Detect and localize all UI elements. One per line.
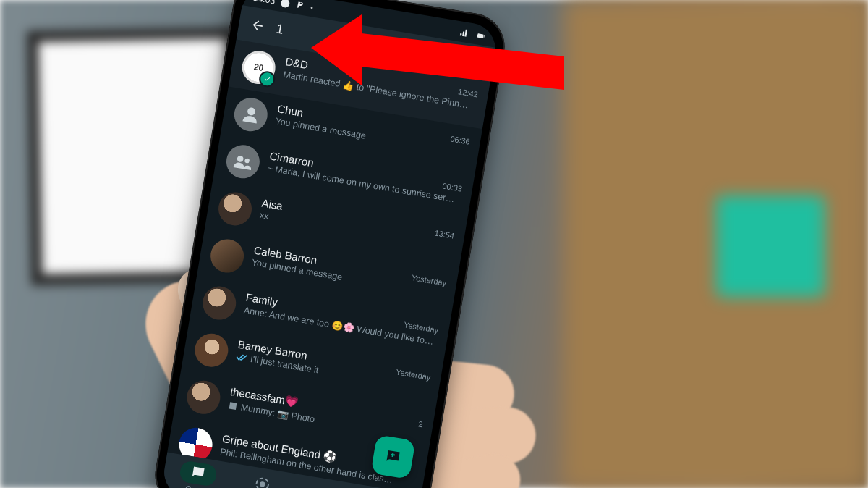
more-button[interactable] <box>458 45 491 78</box>
selection-count: 1 <box>275 21 284 37</box>
mute-button[interactable] <box>401 35 434 69</box>
chat-time: 2 <box>417 419 423 429</box>
svg-point-8 <box>244 158 250 163</box>
chat-avatar <box>208 237 247 275</box>
pin-button[interactable] <box>373 30 406 64</box>
chat-avatar <box>184 378 223 416</box>
facebook-icon <box>280 0 291 8</box>
battery-icon <box>474 30 488 41</box>
chat-avatar <box>200 284 239 322</box>
chat-avatar <box>231 96 270 134</box>
chat-time: 06:36 <box>450 134 471 146</box>
chat-preview: xx <box>259 210 270 222</box>
svg-point-6 <box>247 107 255 116</box>
svg-point-3 <box>474 56 477 59</box>
svg-rect-2 <box>484 35 485 38</box>
chat-name: Aisa <box>261 196 284 212</box>
updates-icon <box>253 475 271 488</box>
svg-point-0 <box>281 0 291 8</box>
bell-off-icon <box>409 44 426 61</box>
chats-icon <box>190 463 208 481</box>
signal-icon <box>459 28 469 38</box>
nav-communities[interactable]: Communities <box>305 484 355 488</box>
new-chat-icon <box>383 447 404 467</box>
svg-point-10 <box>259 481 265 487</box>
paypal-icon <box>295 0 306 11</box>
archive-icon <box>438 49 454 65</box>
back-button[interactable] <box>241 9 274 42</box>
chat-avatar <box>192 331 231 369</box>
chat-time: 12:42 <box>458 87 479 98</box>
chat-time: 13:54 <box>434 228 455 240</box>
svg-rect-1 <box>477 33 484 38</box>
chat-avatar <box>216 190 255 228</box>
nav-chats[interactable]: Chats <box>177 460 218 488</box>
new-chat-fab[interactable] <box>370 434 415 479</box>
archive-button[interactable] <box>430 41 463 74</box>
arrow-back-icon <box>250 17 266 34</box>
chat-list[interactable]: 20D&D12:42Martin reacted 👍 to "Please ig… <box>167 39 490 488</box>
chat-avatar <box>224 143 262 181</box>
chat-time: 00:33 <box>442 181 463 193</box>
svg-point-5 <box>472 64 475 67</box>
more-vert-icon <box>467 54 483 70</box>
status-time: 14:03 <box>252 0 276 6</box>
svg-point-7 <box>237 155 244 162</box>
nav-updates[interactable]: Updates <box>244 474 278 488</box>
read-ticks-icon <box>235 353 248 363</box>
pin-icon <box>380 39 397 56</box>
svg-point-4 <box>473 60 476 63</box>
notch-dot-icon: • <box>310 3 314 11</box>
